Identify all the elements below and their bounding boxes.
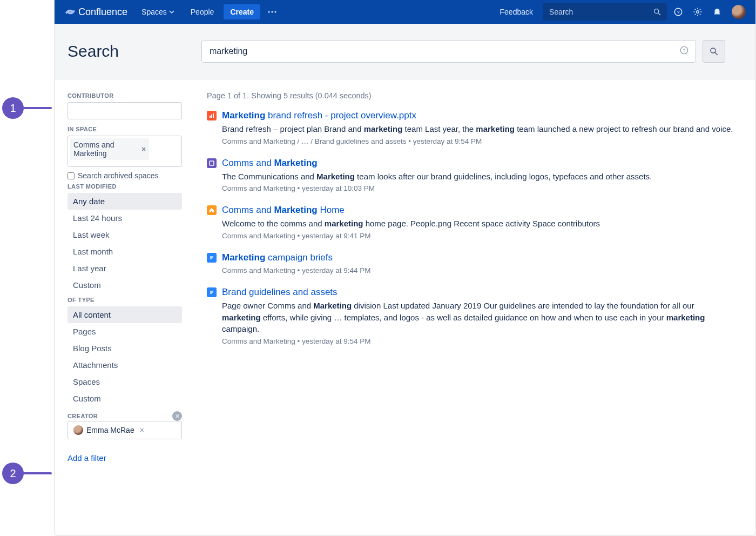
nav-spaces[interactable]: Spaces	[135, 4, 181, 19]
nav-people[interactable]: People	[184, 4, 221, 19]
search-icon	[653, 8, 662, 16]
result-snippet: The Communications and Marketing team lo…	[222, 171, 734, 183]
of-type-option[interactable]: Spaces	[68, 373, 182, 390]
in-space-chipbox[interactable]: Comms and Marketing ×	[68, 136, 182, 167]
chevron-down-icon	[169, 9, 174, 15]
result-path: Comms and Marketing • yesterday at 9:41 …	[222, 232, 734, 240]
help-icon: ?	[673, 7, 683, 17]
app-window: Confluence Spaces People Create Feedback	[54, 0, 756, 536]
of-type-option[interactable]: Blog Posts	[68, 340, 182, 357]
help-button[interactable]: ?	[670, 4, 686, 20]
result-type-icon	[207, 158, 217, 168]
of-type-option[interactable]: All content	[68, 306, 182, 323]
result-path: Comms and Marketing • yesterday at 9:44 …	[222, 266, 734, 274]
svg-point-0	[268, 11, 269, 12]
search-result: Comms and Marketing HomeWelcome to the c…	[207, 204, 734, 240]
result-path: Comms and Marketing • yesterday at 9:54 …	[222, 337, 734, 345]
result-path: Comms and Marketing • yesterday at 10:03…	[222, 184, 734, 192]
search-results: Page 1 of 1. Showing 5 results (0.044 se…	[190, 79, 755, 379]
feedback-link[interactable]: Feedback	[494, 4, 539, 19]
brand-logo[interactable]: Confluence	[61, 6, 132, 18]
profile-avatar[interactable]	[728, 2, 749, 22]
svg-rect-13	[211, 115, 212, 118]
archived-checkbox-input[interactable]	[68, 172, 75, 179]
of-type-option[interactable]: Custom	[68, 390, 182, 407]
result-type-icon	[207, 205, 217, 215]
of-type-options: All contentPagesBlog PostsAttachmentsSpa…	[68, 306, 182, 407]
archived-spaces-checkbox[interactable]: Search archived spaces	[68, 171, 182, 180]
last-modified-option[interactable]: Last 24 hours	[68, 210, 182, 226]
result-snippet: Brand refresh – project plan Brand and m…	[222, 123, 734, 135]
in-space-label: IN SPACE	[68, 126, 182, 132]
result-type-icon	[207, 253, 217, 263]
result-title[interactable]: Comms and Marketing Home	[222, 204, 734, 217]
last-modified-option[interactable]: Last year	[68, 260, 182, 277]
filter-sidebar: CONTRIBUTOR IN SPACE Comms and Marketing…	[55, 79, 190, 472]
annotation-callout-1: 1	[2, 97, 52, 119]
settings-button[interactable]	[690, 4, 706, 20]
ellipsis-icon	[268, 11, 276, 13]
in-space-chip: Comms and Marketing ×	[70, 138, 149, 160]
nav-search-input[interactable]	[548, 7, 649, 17]
of-type-option[interactable]: Pages	[68, 323, 182, 340]
last-modified-label: LAST MODIFIED	[68, 183, 182, 190]
search-icon	[709, 46, 719, 56]
brand-name: Confluence	[78, 6, 127, 18]
result-title[interactable]: Marketing campaign briefs	[222, 252, 734, 264]
search-result: Marketing campaign briefsComms and Marke…	[207, 252, 734, 274]
bell-icon	[712, 7, 722, 17]
last-modified-option[interactable]: Custom	[68, 277, 182, 293]
chip-remove-icon[interactable]: ×	[140, 426, 144, 434]
svg-rect-15	[210, 161, 214, 165]
svg-line-11	[715, 52, 718, 55]
confluence-icon	[65, 7, 75, 17]
creator-clear-button[interactable]: ✕	[172, 411, 182, 421]
creator-label: CREATOR	[68, 413, 98, 419]
svg-text:?: ?	[683, 48, 686, 53]
avatar-icon	[732, 5, 746, 19]
svg-point-10	[711, 48, 716, 53]
creator-chip: Emma McRae ×	[70, 424, 147, 437]
result-title[interactable]: Marketing brand refresh - project overvi…	[222, 110, 734, 122]
svg-line-4	[658, 13, 660, 15]
svg-point-2	[274, 11, 276, 12]
search-submit-button[interactable]	[703, 40, 725, 63]
result-title[interactable]: Comms and Marketing	[222, 157, 734, 170]
search-result: Marketing brand refresh - project overvi…	[207, 110, 734, 145]
search-result: Comms and MarketingThe Communications an…	[207, 157, 734, 193]
last-modified-option[interactable]: Any date	[68, 193, 182, 210]
svg-text:?: ?	[677, 9, 680, 15]
annotation-badge-1: 1	[2, 97, 24, 119]
creator-chipbox[interactable]: Emma McRae ×	[68, 421, 182, 439]
last-modified-option[interactable]: Last month	[68, 243, 182, 260]
top-nav: Confluence Spaces People Create Feedback	[55, 0, 755, 24]
search-help-icon[interactable]: ?	[679, 45, 689, 57]
svg-rect-14	[213, 113, 214, 118]
chip-remove-icon[interactable]: ×	[141, 145, 146, 153]
result-type-icon	[207, 287, 217, 297]
of-type-option[interactable]: Attachments	[68, 357, 182, 373]
add-filter-link[interactable]: Add a filter	[68, 453, 182, 463]
of-type-label: OF TYPE	[68, 297, 182, 303]
main-search-field[interactable]: ?	[201, 40, 696, 63]
result-title[interactable]: Brand guidelines and assets	[222, 286, 734, 299]
results-meta: Page 1 of 1. Showing 5 results (0.044 se…	[207, 91, 734, 100]
main-search-input[interactable]	[208, 46, 675, 57]
svg-point-1	[271, 11, 273, 12]
last-modified-option[interactable]: Last week	[68, 226, 182, 243]
svg-point-7	[697, 11, 699, 14]
contributor-input[interactable]	[68, 102, 182, 119]
annotation-callout-2: 2	[2, 463, 52, 484]
contributor-label: CONTRIBUTOR	[68, 92, 182, 99]
create-button[interactable]: Create	[224, 4, 260, 19]
result-type-icon	[207, 111, 217, 120]
result-path: Comms and Marketing / … / Brand guidelin…	[222, 137, 734, 145]
nav-search[interactable]	[543, 3, 667, 21]
notifications-button[interactable]	[709, 4, 725, 20]
svg-point-3	[654, 9, 659, 14]
result-snippet: Page owner Comms and Marketing division …	[222, 300, 734, 335]
gear-icon	[693, 7, 703, 17]
annotation-badge-2: 2	[2, 463, 24, 484]
creator-avatar-icon	[73, 425, 83, 435]
more-menu-button[interactable]	[264, 8, 281, 16]
